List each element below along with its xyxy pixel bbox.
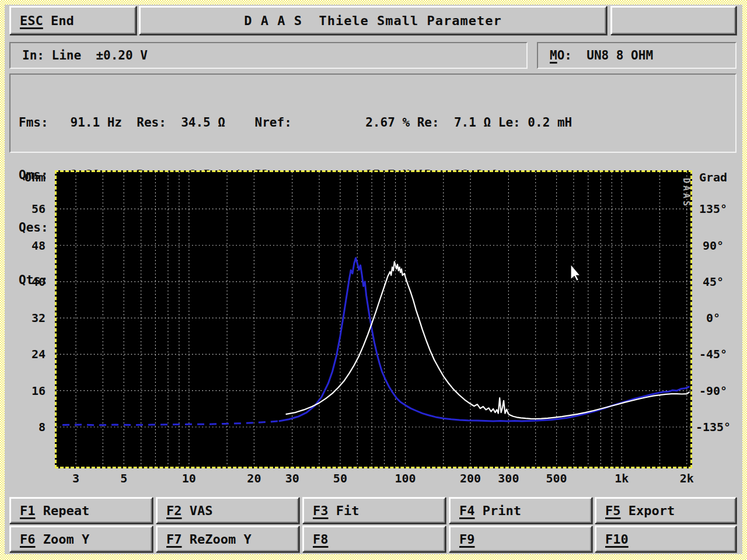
- frequency-tick-label: 5: [120, 471, 127, 485]
- f9-hotkey: F9: [459, 532, 475, 547]
- f6-button[interactable]: F6Zoom Y: [9, 526, 153, 552]
- top-right-blank-button[interactable]: [610, 6, 736, 35]
- input-status-panel: In: Line±0.20 V: [9, 42, 528, 69]
- f4-label: Print: [483, 503, 521, 518]
- ohm-tick-label: 56: [9, 202, 46, 216]
- f5-hotkey: F5: [605, 503, 621, 518]
- param-row: Fms: 91.1 Hz Res: 34.5 Ω Nref: 2.67 % Re…: [19, 114, 735, 131]
- frequency-tick-label: 1k: [615, 471, 629, 485]
- f1-hotkey: F1: [20, 503, 36, 518]
- f3-hotkey: F3: [313, 503, 329, 518]
- grad-tick-label: 0°: [692, 311, 734, 325]
- input-level-value: ±0.20 V: [96, 48, 148, 62]
- frequency-tick-label: 500: [546, 471, 567, 485]
- ohm-tick-label: 24: [9, 347, 46, 361]
- esc-label: End: [51, 13, 74, 28]
- mouse-cursor: [571, 264, 580, 281]
- esc-end-button[interactable]: ESCEnd: [9, 6, 137, 35]
- frequency-tick-label: 20: [247, 471, 261, 485]
- frequency-axis-ticks: 35102030501002003005001k2k: [57, 471, 690, 489]
- frequency-tick-label: 2k: [680, 471, 694, 485]
- frequency-tick-label: 3: [72, 471, 79, 485]
- frequency-tick-label: 50: [333, 471, 347, 485]
- frequency-tick-label: 30: [285, 471, 299, 485]
- f3-button[interactable]: F3Fit: [302, 497, 446, 524]
- f6-hotkey: F6: [20, 532, 36, 547]
- f5-button[interactable]: F5Export: [595, 497, 736, 524]
- grad-tick-label: -90°: [692, 384, 734, 398]
- impedance-plot-canvas: DAAS: [57, 172, 690, 467]
- f10-hotkey: F10: [605, 532, 629, 547]
- f4-button[interactable]: F4Print: [449, 497, 592, 524]
- model-name: UN8 8 OHM: [587, 48, 653, 62]
- f6-label: Zoom Y: [43, 532, 89, 547]
- f3-label: Fit: [336, 503, 359, 518]
- title-bar: D A A S Thiele Small Parameter: [139, 6, 607, 35]
- f7-label: ReZoom Y: [190, 532, 252, 547]
- impedance-plot[interactable]: DAAS: [55, 170, 692, 468]
- daas-watermark: DAAS: [681, 178, 690, 208]
- f2-button[interactable]: F2VAS: [156, 497, 299, 524]
- ohm-axis-ticks: 5648403224168: [9, 172, 46, 467]
- f1-button[interactable]: F1Repeat: [9, 497, 153, 524]
- frequency-tick-label: 10: [182, 471, 196, 485]
- f2-label: VAS: [190, 503, 213, 518]
- parameters-panel: Fms: 91.1 Hz Res: 34.5 Ω Nref: 2.67 % Re…: [9, 74, 736, 153]
- impedance-added-mass-low: [62, 421, 279, 425]
- impedance-free-air: [286, 262, 690, 419]
- grad-tick-label: -135°: [692, 420, 734, 434]
- esc-hotkey: ESC: [20, 13, 43, 28]
- mo-label-rest: O:: [557, 48, 572, 62]
- f1-label: Repeat: [43, 503, 89, 518]
- page-title: D A A S Thiele Small Parameter: [244, 13, 502, 28]
- ohm-tick-label: 8: [9, 420, 46, 434]
- grad-tick-label: 45°: [692, 275, 734, 289]
- f7-button[interactable]: F7ReZoom Y: [156, 526, 299, 552]
- ohm-tick-label: 48: [9, 239, 46, 253]
- frequency-tick-label: 300: [498, 471, 519, 485]
- frequency-tick-label: 100: [395, 471, 416, 485]
- daas-screen: { "header": { "esc_key": "ESC", "esc_lab…: [0, 0, 747, 560]
- ohm-tick-label: 40: [9, 275, 46, 289]
- impedance-added-mass: [279, 258, 690, 421]
- frequency-tick-label: 200: [460, 471, 481, 485]
- grad-tick-label: 135°: [692, 202, 734, 216]
- grad-axis-ticks: 135°90°45°0°-45°-90°-135°: [692, 172, 734, 467]
- grad-tick-label: 90°: [692, 239, 734, 253]
- f9-button[interactable]: F9: [449, 526, 592, 552]
- f8-hotkey: F8: [313, 532, 329, 547]
- grad-tick-label: -45°: [692, 347, 734, 361]
- f2-hotkey: F2: [166, 503, 182, 518]
- f7-hotkey: F7: [166, 532, 182, 547]
- f4-hotkey: F4: [459, 503, 475, 518]
- ohm-tick-label: 16: [9, 384, 46, 398]
- f8-button[interactable]: F8: [302, 526, 446, 552]
- f10-button[interactable]: F10: [595, 526, 736, 552]
- model-select-panel[interactable]: MO:UN8 8 OHM: [537, 42, 736, 69]
- mo-hotkey: M: [550, 48, 557, 62]
- ohm-tick-label: 32: [9, 311, 46, 325]
- f5-label: Export: [629, 503, 675, 518]
- input-label: In: Line: [22, 48, 81, 62]
